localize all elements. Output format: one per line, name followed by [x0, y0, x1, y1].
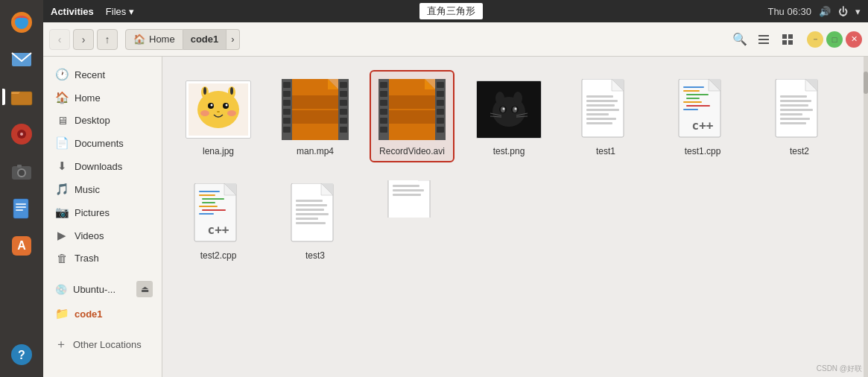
svg-point-90 [515, 108, 517, 110]
svg-rect-65 [380, 100, 387, 106]
svg-rect-122 [780, 109, 813, 111]
sidebar: 🕐 Recent 🏠 Home 🖥 Desktop [43, 57, 162, 377]
sidebar-item-downloads-label: Downloads [75, 161, 122, 172]
volume-icon[interactable]: 🔊 [819, 6, 831, 17]
sidebar-item-desktop[interactable]: 🖥 Desktop [46, 110, 159, 131]
svg-rect-144 [296, 218, 318, 220]
dock-item-firefox[interactable] [5, 6, 38, 39]
file-item-lena[interactable]: lena.jpg [177, 72, 259, 161]
sidebar-item-other-locations[interactable]: ＋ Other Locations [46, 332, 159, 357]
recordvideo-filename: RecordVideo.avi [379, 146, 445, 156]
svg-rect-112 [683, 101, 702, 103]
svg-rect-68 [380, 127, 387, 133]
close-button[interactable]: ✕ [846, 31, 862, 48]
dock-item-email[interactable] [5, 43, 38, 76]
forward-button[interactable]: › [73, 29, 94, 50]
svg-rect-56 [340, 100, 347, 106]
dock-item-files[interactable] [5, 80, 38, 113]
svg-rect-132 [202, 202, 215, 203]
test1cpp-filename: test1.cpp [685, 146, 721, 156]
sidebar-item-recent[interactable]: 🕐 Recent [46, 63, 159, 86]
svg-rect-11 [17, 165, 22, 168]
sidebar-item-music-label: Music [75, 184, 100, 195]
breadcrumb-current[interactable]: code1 [183, 29, 227, 50]
watermark: CSDN @好联 [817, 364, 862, 374]
documents-icon: 📄 [55, 136, 69, 150]
ubuntu-left: 💿 Ubuntu-... [55, 284, 115, 295]
svg-rect-24 [782, 34, 787, 39]
svg-rect-48 [283, 118, 291, 124]
svg-point-83 [495, 92, 504, 105]
sidebar-item-ubuntu[interactable]: 💿 Ubuntu-... ⏏ [46, 276, 159, 302]
file-item-test2cpp[interactable]: c++ test2.cpp [177, 176, 259, 265]
svg-rect-66 [380, 109, 387, 115]
dock-item-camera[interactable] [5, 155, 38, 188]
svg-rect-27 [788, 40, 793, 45]
svg-rect-67 [380, 118, 387, 124]
file-item-test1[interactable]: test1 [565, 72, 647, 161]
power-icon[interactable]: ⏻ [838, 6, 848, 17]
toolbar: ‹ › ↑ 🏠 Home code1 › 🔍 [43, 22, 868, 57]
file-item-man[interactable]: man.mp4 [274, 72, 356, 161]
svg-rect-109 [683, 90, 700, 92]
dock-item-help[interactable]: ? [5, 338, 38, 371]
add-location-icon: ＋ [55, 337, 67, 352]
scroll-indicator[interactable] [864, 57, 868, 377]
dock-item-music[interactable] [5, 118, 38, 151]
svg-rect-22 [758, 39, 769, 40]
svg-rect-64 [380, 91, 387, 97]
activities-button[interactable]: Activities [51, 6, 94, 17]
svg-rect-141 [296, 204, 327, 206]
svg-point-89 [503, 108, 505, 110]
svg-rect-25 [788, 34, 793, 39]
svg-rect-59 [340, 127, 347, 133]
svg-rect-78 [437, 127, 444, 133]
dock-item-writer[interactable] [5, 192, 38, 225]
sidebar-item-videos[interactable]: ▶ Videos [46, 224, 159, 247]
back-button[interactable]: ‹ [49, 29, 70, 50]
svg-point-38 [211, 104, 213, 107]
sidebar-item-documents[interactable]: 📄 Documents [46, 132, 159, 154]
file-item-recordvideo[interactable]: RecordVideo.avi [371, 72, 453, 161]
file-item-test3[interactable]: test3 [274, 176, 356, 265]
sidebar-item-pictures[interactable]: 📷 Pictures [46, 201, 159, 224]
grid-view-button[interactable] [777, 29, 798, 50]
file-item-test2[interactable]: test2 [758, 72, 840, 161]
file-item-testpng[interactable]: test.png [468, 72, 550, 161]
sidebar-item-code1[interactable]: 📁 code1 [46, 302, 159, 325]
svg-rect-111 [686, 98, 700, 99]
system-menu-icon[interactable]: ▾ [855, 6, 861, 17]
dock-item-appstore[interactable]: A [5, 229, 38, 262]
svg-rect-110 [686, 94, 709, 95]
svg-point-84 [513, 92, 522, 105]
search-button[interactable]: 🔍 [729, 29, 750, 50]
scroll-thumb[interactable] [864, 72, 868, 94]
sidebar-item-trash[interactable]: 🗑 Trash [46, 247, 159, 269]
minimize-button[interactable]: － [807, 31, 823, 48]
maximize-button[interactable]: □ [826, 31, 843, 48]
eject-button[interactable]: ⏏ [136, 281, 153, 297]
list-view-button[interactable] [753, 29, 774, 50]
svg-rect-102 [586, 113, 609, 115]
pictures-icon: 📷 [55, 206, 69, 219]
sidebar-item-home-label: Home [75, 92, 101, 104]
files-menu-button[interactable]: Files ▾ [106, 6, 134, 17]
svg-rect-142 [296, 209, 324, 211]
topbar: Activities Files ▾ 直角三角形 Thu 06:30 🔊 ⏻ ▾ [43, 0, 868, 22]
svg-rect-119 [780, 95, 807, 98]
sidebar-item-home[interactable]: 🏠 Home [46, 86, 159, 109]
breadcrumb-next[interactable]: › [226, 29, 239, 50]
svg-rect-134 [202, 209, 226, 211]
recent-icon: 🕐 [55, 68, 69, 81]
breadcrumb-home[interactable]: 🏠 Home [125, 29, 183, 50]
file-item-test1cpp[interactable]: c++ test1.cpp [662, 72, 744, 161]
up-button[interactable]: ↑ [97, 29, 118, 50]
test2-filename: test2 [790, 146, 809, 156]
sidebar-item-music[interactable]: 🎵 Music [46, 178, 159, 200]
test1cpp-icon: c++ [669, 76, 736, 143]
desktop-icon: 🖥 [55, 114, 69, 127]
file-item-test4[interactable] [371, 176, 453, 288]
lena-filename: lena.jpg [203, 146, 234, 156]
sidebar-item-downloads[interactable]: ⬇ Downloads [46, 155, 159, 177]
svg-rect-45 [283, 91, 291, 97]
